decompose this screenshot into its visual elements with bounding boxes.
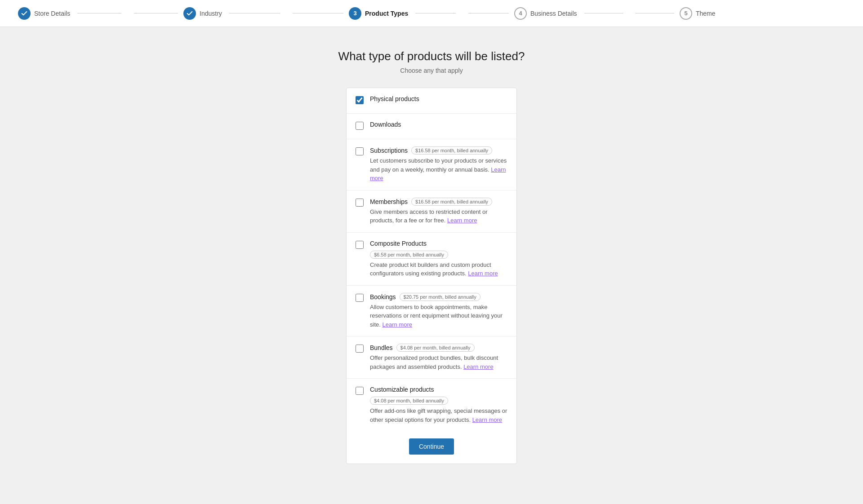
checkbox-customizable-products[interactable]	[356, 387, 364, 395]
step-theme: 5Theme	[680, 7, 845, 20]
option-desc-composite-products: Create product kit builders and custom p…	[370, 261, 507, 278]
step-product-types: 3Product Types	[349, 7, 514, 20]
checkbox-subscriptions[interactable]	[356, 147, 364, 155]
option-name-composite-products: Composite Products	[370, 240, 427, 247]
continue-wrap: Continue	[347, 431, 516, 464]
step-label-business-details: Business Details	[530, 10, 577, 17]
learn-more-bookings[interactable]: Learn more	[382, 321, 412, 328]
checkbox-wrap-memberships	[356, 199, 364, 208]
learn-more-subscriptions[interactable]: Learn more	[370, 166, 506, 182]
checkbox-wrap-downloads	[356, 122, 364, 132]
option-desc-bookings: Allow customers to book appointments, ma…	[370, 303, 507, 329]
option-name-bookings: Bookings	[370, 293, 396, 301]
option-content-downloads: Downloads	[370, 121, 401, 128]
option-row-bundles: Bundles$4.08 per month, billed annuallyO…	[347, 336, 516, 379]
continue-button[interactable]: Continue	[409, 438, 454, 455]
checkbox-wrap-composite-products	[356, 241, 364, 251]
checkbox-bundles[interactable]	[356, 345, 364, 353]
option-title-row-bookings: Bookings$20.75 per month, billed annuall…	[370, 293, 507, 301]
step-label-store-details: Store Details	[34, 10, 70, 17]
checkbox-physical-products[interactable]	[356, 96, 364, 104]
step-industry: Industry	[183, 7, 349, 20]
step-icon-store-details	[18, 7, 31, 20]
option-content-composite-products: Composite Products$6.58 per month, bille…	[370, 240, 507, 278]
page-title: What type of products will be listed?	[338, 49, 525, 63]
option-row-physical-products: Physical products	[347, 88, 516, 114]
option-name-subscriptions: Subscriptions	[370, 147, 408, 154]
price-badge-customizable-products: $4.08 per month, billed annually	[370, 397, 448, 405]
option-name-downloads: Downloads	[370, 121, 401, 128]
option-title-row-downloads: Downloads	[370, 121, 401, 128]
option-row-subscriptions: Subscriptions$16.58 per month, billed an…	[347, 139, 516, 190]
option-title-row-subscriptions: Subscriptions$16.58 per month, billed an…	[370, 146, 507, 155]
checkbox-wrap-customizable-products	[356, 387, 364, 397]
step-icon-industry	[183, 7, 196, 20]
option-content-physical-products: Physical products	[370, 95, 419, 102]
option-content-subscriptions: Subscriptions$16.58 per month, billed an…	[370, 146, 507, 183]
step-icon-business-details: 4	[514, 7, 527, 20]
page-subtitle: Choose any that apply	[400, 67, 463, 74]
option-title-row-memberships: Memberships$16.58 per month, billed annu…	[370, 198, 507, 206]
checkbox-composite-products[interactable]	[356, 241, 364, 249]
option-desc-bundles: Offer personalized product bundles, bulk…	[370, 354, 507, 371]
step-label-theme: Theme	[696, 10, 716, 17]
option-title-row-composite-products: Composite Products$6.58 per month, bille…	[370, 240, 507, 259]
option-row-memberships: Memberships$16.58 per month, billed annu…	[347, 190, 516, 233]
checkbox-wrap-bookings	[356, 294, 364, 304]
stepper: Store DetailsIndustry3Product Types4Busi…	[0, 0, 863, 27]
learn-more-memberships[interactable]: Learn more	[447, 217, 477, 224]
option-row-downloads: Downloads	[347, 114, 516, 139]
option-title-row-bundles: Bundles$4.08 per month, billed annually	[370, 344, 507, 352]
option-title-row-physical-products: Physical products	[370, 95, 419, 102]
option-row-composite-products: Composite Products$6.58 per month, bille…	[347, 233, 516, 286]
price-badge-composite-products: $6.58 per month, billed annually	[370, 251, 448, 259]
main-content: What type of products will be listed? Ch…	[0, 27, 863, 491]
step-label-industry: Industry	[200, 10, 222, 17]
price-badge-memberships: $16.58 per month, billed annually	[411, 198, 492, 206]
option-content-bundles: Bundles$4.08 per month, billed annuallyO…	[370, 344, 507, 371]
option-row-bookings: Bookings$20.75 per month, billed annuall…	[347, 286, 516, 337]
checkbox-memberships[interactable]	[356, 199, 364, 207]
option-content-bookings: Bookings$20.75 per month, billed annuall…	[370, 293, 507, 329]
learn-more-composite-products[interactable]: Learn more	[468, 270, 498, 277]
price-badge-subscriptions: $16.58 per month, billed annually	[411, 146, 492, 155]
option-content-memberships: Memberships$16.58 per month, billed annu…	[370, 198, 507, 225]
step-store-details: Store Details	[18, 7, 183, 20]
option-name-customizable-products: Customizable products	[370, 386, 434, 393]
option-desc-memberships: Give members access to restricted conten…	[370, 208, 507, 225]
option-title-row-customizable-products: Customizable products$4.08 per month, bi…	[370, 386, 507, 405]
option-name-bundles: Bundles	[370, 344, 393, 351]
checkbox-wrap-physical-products	[356, 96, 364, 106]
option-desc-subscriptions: Let customers subscribe to your products…	[370, 156, 507, 183]
option-desc-customizable-products: Offer add-ons like gift wrapping, specia…	[370, 407, 507, 424]
price-badge-bundles: $4.08 per month, billed annually	[396, 344, 475, 352]
checkbox-bookings[interactable]	[356, 294, 364, 302]
step-business-details: 4Business Details	[514, 7, 680, 20]
product-types-card: Physical productsDownloadsSubscriptions$…	[346, 88, 517, 464]
step-icon-theme: 5	[680, 7, 692, 20]
option-name-memberships: Memberships	[370, 198, 408, 205]
step-icon-product-types: 3	[349, 7, 361, 20]
option-row-customizable-products: Customizable products$4.08 per month, bi…	[347, 379, 516, 431]
checkbox-wrap-subscriptions	[356, 147, 364, 157]
learn-more-customizable-products[interactable]: Learn more	[472, 416, 502, 423]
step-label-product-types: Product Types	[365, 10, 408, 17]
option-name-physical-products: Physical products	[370, 95, 419, 102]
option-content-customizable-products: Customizable products$4.08 per month, bi…	[370, 386, 507, 424]
learn-more-bundles[interactable]: Learn more	[463, 363, 493, 370]
price-badge-bookings: $20.75 per month, billed annually	[400, 293, 480, 301]
checkbox-downloads[interactable]	[356, 122, 364, 130]
checkbox-wrap-bundles	[356, 345, 364, 354]
